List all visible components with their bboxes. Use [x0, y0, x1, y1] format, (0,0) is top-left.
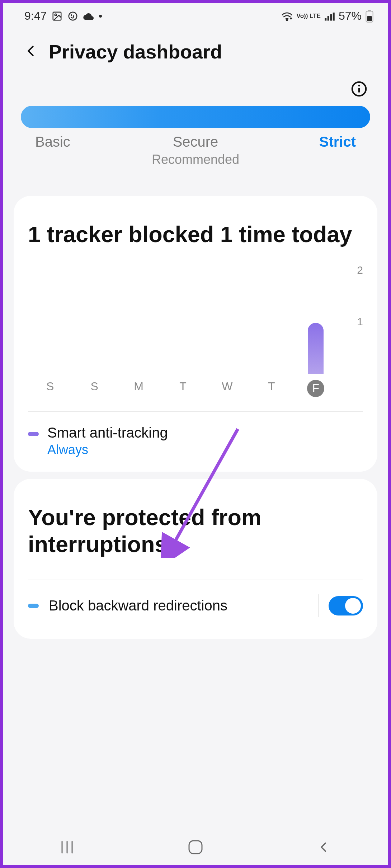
volte-icon: Vo)) LTE	[297, 13, 321, 19]
block-backward-redirections-row[interactable]: Block backward redirections	[28, 580, 363, 617]
status-time: 9:47	[24, 9, 47, 23]
day-tue: T	[161, 374, 205, 397]
protection-card: You're protected from interruptions Bloc…	[14, 479, 377, 639]
day-wed: W	[205, 374, 249, 397]
chart-bar-friday	[308, 323, 324, 374]
option-swatch-icon	[28, 604, 39, 608]
svg-rect-5	[328, 16, 329, 21]
y-tick-1: 1	[357, 316, 363, 328]
protection-title: You're protected from interruptions	[28, 504, 363, 558]
home-button[interactable]	[183, 836, 208, 858]
back-icon[interactable]	[24, 44, 38, 59]
smart-anti-tracking-row[interactable]: Smart anti-tracking Always	[28, 411, 363, 457]
privacy-level-section: Basic Secure Recommended Strict	[3, 77, 388, 189]
legend-value: Always	[47, 442, 168, 457]
divider	[318, 594, 319, 617]
level-basic[interactable]: Basic	[35, 134, 129, 167]
tracker-title: 1 tracker blocked 1 time today	[28, 221, 363, 248]
page-title: Privacy dashboard	[49, 41, 222, 63]
status-left: 9:47	[24, 9, 102, 23]
cloud-icon	[83, 12, 94, 20]
svg-rect-4	[325, 18, 326, 21]
whatsapp-icon	[67, 11, 78, 22]
option-label: Block backward redirections	[49, 598, 308, 614]
svg-point-1	[55, 14, 57, 15]
day-sat: S	[28, 374, 72, 397]
signal-icon	[324, 11, 335, 21]
svg-rect-6	[330, 14, 332, 21]
battery-text: 57%	[339, 9, 362, 23]
svg-rect-18	[189, 841, 202, 854]
level-strict[interactable]: Strict	[262, 134, 356, 167]
privacy-level-labels: Basic Secure Recommended Strict	[21, 134, 370, 167]
chart-x-axis: S S M T W T F	[28, 374, 363, 397]
back-button[interactable]	[311, 836, 336, 858]
battery-icon	[365, 10, 374, 23]
status-bar: 9:47 Vo)) LTE 57%	[3, 3, 388, 26]
svg-point-3	[286, 19, 288, 21]
svg-point-2	[69, 12, 77, 20]
tracker-card: 1 tracker blocked 1 time today 2 1 S S M…	[14, 196, 377, 472]
svg-point-13	[358, 85, 360, 86]
y-tick-2: 2	[357, 264, 363, 276]
day-fri: F	[294, 374, 338, 397]
legend-swatch-icon	[28, 432, 39, 436]
privacy-level-bar[interactable]	[21, 106, 370, 128]
status-right: Vo)) LTE 57%	[281, 9, 374, 23]
tracker-chart: 2 1 S S M T W T F	[28, 270, 363, 397]
recents-button[interactable]	[55, 836, 80, 858]
dot-icon	[99, 15, 102, 18]
day-mon: M	[117, 374, 161, 397]
block-backward-toggle[interactable]	[329, 596, 363, 615]
info-icon[interactable]	[351, 81, 367, 99]
svg-rect-7	[333, 13, 335, 21]
svg-rect-10	[367, 16, 372, 21]
day-thu: T	[249, 374, 293, 397]
gallery-icon	[52, 11, 62, 22]
legend-title: Smart anti-tracking	[47, 425, 168, 441]
day-sun: S	[72, 374, 116, 397]
wifi-icon	[281, 11, 293, 21]
header: Privacy dashboard	[3, 26, 388, 77]
level-secure[interactable]: Secure Recommended	[129, 134, 263, 167]
system-nav-bar	[3, 829, 388, 865]
